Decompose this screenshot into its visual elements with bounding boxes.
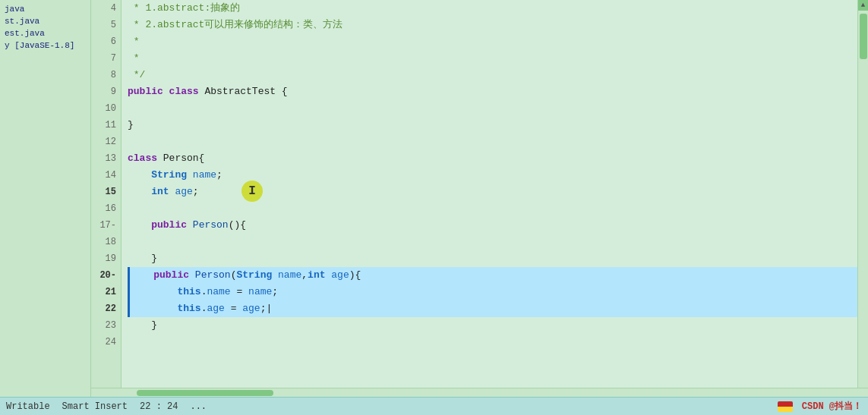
code-text: ; [272, 284, 278, 300]
status-writable: Writable [6, 401, 50, 412]
code-text: * [128, 33, 140, 50]
ln-19: 19 [101, 250, 116, 267]
code-text: ; [193, 184, 199, 200]
ln-10: 10 [101, 100, 116, 117]
code-text [128, 167, 151, 184]
code-line-8: */ [128, 67, 857, 83]
code-line-18 [128, 234, 857, 250]
code-line-24 [128, 334, 857, 351]
ln-8: 8 [101, 67, 116, 83]
ln-13: 13 [101, 150, 116, 167]
code-text: this [177, 284, 200, 300]
code-text: Person [195, 267, 231, 284]
sidebar-item-stjava[interactable]: st.java [0, 15, 90, 27]
csdn-badge: CSDN @抖当！ [802, 400, 862, 413]
code-line-14: String name; [128, 167, 857, 184]
sidebar-item-library[interactable]: y [JavaSE-1.8] [0, 39, 90, 52]
ln-18: 18 [101, 234, 116, 250]
code-line-22: this.age = age;| [128, 300, 857, 317]
insert-mode-label: Smart Insert [62, 401, 128, 412]
code-text: } [128, 317, 157, 334]
code-text [128, 184, 151, 200]
code-text: ;| [260, 300, 273, 317]
code-text: AbstractTest { [204, 83, 287, 100]
code-text: * 1.abstract:抽象的 [128, 0, 240, 17]
code-text: ; [216, 167, 223, 184]
code-text [130, 300, 177, 317]
code-text: Person [193, 217, 229, 234]
horizontal-scrollbar[interactable] [91, 388, 868, 397]
code-text: class [169, 83, 205, 100]
ln-17: 17- [99, 217, 116, 234]
code-line-13: class Person{ [128, 150, 857, 167]
code-text: age [331, 267, 349, 284]
code-line-19: } [128, 250, 857, 267]
code-text: Person{ [163, 150, 205, 167]
h-scroll-thumb[interactable] [137, 390, 273, 396]
ln-23: 23 [101, 317, 116, 334]
ln-6: 6 [101, 33, 116, 50]
code-line-15: int age; I [128, 184, 857, 200]
code-line-4: * 1.abstract:抽象的 [128, 0, 857, 17]
code-line-17: public Person(){ [128, 217, 857, 234]
scroll-thumb[interactable] [860, 14, 867, 59]
code-text: class [128, 150, 163, 167]
main-area: java st.java est.java y [JavaSE-1.8] 4 5… [0, 0, 868, 397]
code-text: String [151, 167, 193, 184]
ln-21: 21 [101, 284, 116, 300]
code-text: public [153, 267, 195, 284]
code-text: age [175, 184, 192, 200]
ln-4: 4 [101, 0, 116, 17]
code-line-20: public Person(String name,int age){ [128, 267, 857, 284]
code-line-9: public class AbstractTest { [128, 83, 857, 100]
code-text: } [128, 117, 134, 134]
ln-9: 9 [101, 83, 116, 100]
status-position: 22 : 24 [140, 401, 178, 412]
code-text: = [231, 284, 248, 300]
ln-20: 20- [99, 267, 116, 284]
code-text: * 2.abstract可以用来修饰的结构：类、方法 [128, 17, 342, 33]
code-text: = [225, 300, 242, 317]
code-line-23: } [128, 317, 857, 334]
code-text: age [207, 300, 224, 317]
ln-7: 7 [101, 50, 116, 67]
code-text: , [301, 267, 308, 284]
code-text: ( [231, 267, 237, 284]
code-text: (){ [229, 217, 246, 234]
code-text: name [278, 267, 301, 284]
code-text [128, 217, 151, 234]
scroll-up-arrow[interactable]: ▲ [858, 0, 869, 11]
code-text [130, 284, 177, 300]
sidebar-item-java[interactable]: java [0, 3, 90, 15]
code-line-10 [128, 100, 857, 117]
sidebar: java st.java est.java y [JavaSE-1.8] [0, 0, 91, 397]
ln-22: 22 [101, 300, 116, 317]
code-text: */ [128, 67, 145, 83]
sidebar-item-estjava[interactable]: est.java [0, 27, 90, 39]
code-text: age [242, 300, 260, 317]
code-text: * [128, 50, 140, 67]
line-numbers: 4 5 6 7 8 9 10 11 12 13 14 15 16 17- 18 … [91, 0, 122, 388]
code-line-5: * 2.abstract可以用来修饰的结构：类、方法 [128, 17, 857, 33]
ln-24: 24 [101, 334, 116, 351]
ln-14: 14 [101, 167, 116, 184]
separator-label: ... [190, 401, 207, 412]
code-text: name [248, 284, 272, 300]
lang-flag-icon [778, 401, 793, 412]
code-lines[interactable]: * 1.abstract:抽象的 * 2.abstract可以用来修饰的结构：类… [122, 0, 857, 388]
code-container[interactable]: 4 5 6 7 8 9 10 11 12 13 14 15 16 17- 18 … [91, 0, 868, 388]
code-text: int [308, 267, 331, 284]
code-text: this [177, 300, 200, 317]
status-bar: Writable Smart Insert 22 : 24 ... CSDN @… [0, 397, 868, 415]
code-text: } [128, 250, 157, 267]
code-line-7: * [128, 50, 857, 67]
vertical-scrollbar[interactable]: ▲ [857, 0, 868, 388]
code-line-12 [128, 134, 857, 150]
code-text: public [151, 217, 193, 234]
code-text: . [201, 300, 207, 317]
ln-12: 12 [101, 134, 116, 150]
cursor-tooltip: I [241, 181, 263, 202]
editor-area: 4 5 6 7 8 9 10 11 12 13 14 15 16 17- 18 … [91, 0, 868, 397]
code-line-16 [128, 200, 857, 217]
code-line-11: } [128, 117, 857, 134]
